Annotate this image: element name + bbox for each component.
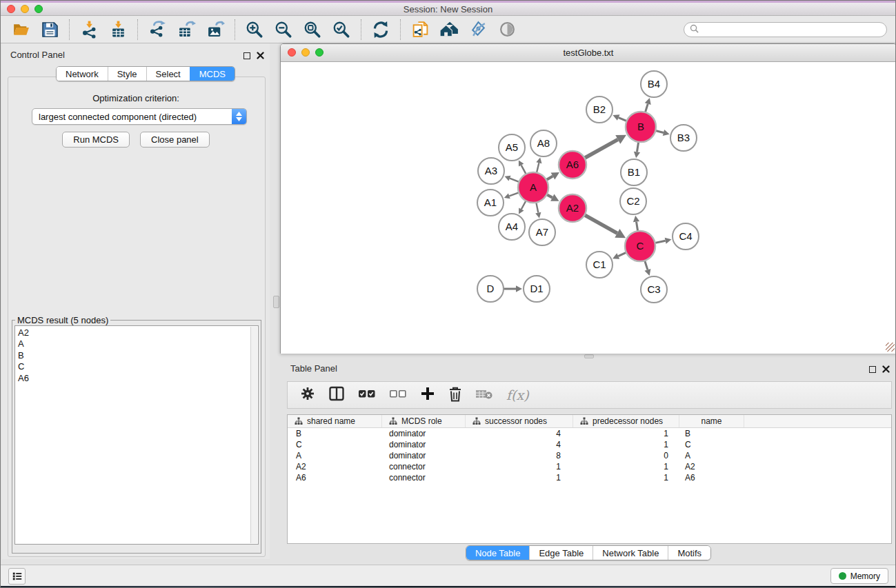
tab-network-table[interactable]: Network Table	[593, 546, 668, 560]
close-panel-button[interactable]: Close panel	[140, 132, 210, 148]
table-row[interactable]: Bdominator41B	[288, 428, 891, 439]
import-network-icon[interactable]	[77, 18, 101, 41]
result-item[interactable]: B	[18, 350, 248, 361]
horizontal-split-handle[interactable]	[584, 354, 594, 358]
graph-node-label: D	[487, 283, 495, 294]
export-image-icon[interactable]	[203, 18, 228, 41]
graph-node-label: A8	[537, 137, 550, 149]
graph-node-label: B2	[593, 103, 606, 115]
graph-node-label: A3	[485, 165, 497, 176]
network-window-titlebar[interactable]: testGlobe.txt	[281, 44, 896, 62]
graph-arrowhead	[665, 238, 672, 244]
annotation-disabled-icon[interactable]	[466, 18, 490, 41]
refresh-layout-icon[interactable]	[368, 18, 393, 41]
table-panel-tabs: Node Table Edge Table Network Table Moti…	[280, 545, 896, 560]
deselect-all-checks-icon[interactable]	[389, 389, 407, 401]
column-header-successor-nodes[interactable]: successor nodes	[466, 415, 573, 427]
network-canvas[interactable]: B4B2BB3A5A8A6B1A3AA1C2A2A4A7C4CC1C3DD1	[281, 62, 896, 354]
tab-mcds[interactable]: MCDS	[190, 67, 235, 81]
resize-grip-icon[interactable]	[886, 343, 895, 352]
result-item[interactable]: A2	[18, 327, 248, 338]
table-row[interactable]: Cdominator41C	[288, 439, 891, 450]
mcds-result-list[interactable]: A2ABCA6	[14, 325, 259, 545]
memory-label: Memory	[850, 571, 880, 581]
select-all-checks-icon[interactable]	[358, 389, 376, 401]
network-view-window: testGlobe.txt B4B2BB3A5A8A6B1A3AA1C2A2A4…	[280, 43, 896, 354]
float-table-panel-icon[interactable]	[869, 366, 876, 373]
graph-svg: B4B2BB3A5A8A6B1A3AA1C2A2A4A7C4CC1C3DD1	[281, 62, 896, 354]
table-settings-icon[interactable]	[300, 386, 315, 404]
run-mcds-button[interactable]: Run MCDS	[62, 132, 130, 148]
graph-arrowhead	[536, 157, 541, 163]
column-header-predecessor-nodes[interactable]: predecessor nodes	[573, 415, 679, 427]
float-panel-icon[interactable]	[243, 52, 250, 59]
graph-node-label: A4	[506, 221, 518, 232]
graph-node-label: B3	[677, 132, 690, 143]
tab-edge-table[interactable]: Edge Table	[529, 546, 593, 560]
import-table-icon[interactable]	[106, 18, 130, 41]
task-history-button[interactable]	[8, 568, 26, 585]
table-panel: Table Panel f(x) shared name M	[280, 359, 896, 563]
graph-node-label: B4	[648, 78, 660, 90]
zoom-selected-icon[interactable]	[329, 18, 354, 41]
export-table-icon[interactable]	[174, 18, 199, 41]
tab-network[interactable]: Network	[57, 67, 108, 81]
open-session-icon[interactable]	[8, 18, 33, 41]
function-builder-icon[interactable]: f(x)	[506, 387, 529, 403]
zoom-out-icon[interactable]	[271, 18, 296, 41]
criterion-dropdown[interactable]: largest connected component (directed)	[32, 108, 247, 125]
delete-column-icon[interactable]	[448, 386, 462, 405]
save-session-icon[interactable]	[37, 18, 62, 41]
mcds-result-title: MCDS result (5 nodes)	[15, 315, 110, 325]
control-panel-title: Control Panel	[10, 50, 65, 60]
table-row[interactable]: A2connector11A2	[288, 461, 891, 472]
graph-node-label: A5	[506, 141, 518, 153]
table-row[interactable]: Adominator80A	[288, 450, 891, 461]
table-body: Bdominator41BCdominator41CAdominator80AA…	[288, 428, 891, 483]
column-header-name[interactable]: name	[679, 415, 744, 427]
graph-node-label: A	[530, 181, 537, 193]
graph-edge-A2-C[interactable]	[584, 214, 617, 234]
home-icon[interactable]	[437, 18, 461, 41]
delete-table-disabled-icon[interactable]	[475, 387, 493, 403]
graph-node-label: C4	[679, 230, 692, 242]
table-panel-title: Table Panel	[290, 363, 337, 374]
close-table-panel-icon[interactable]	[882, 363, 890, 376]
search-icon	[690, 23, 699, 36]
mcds-result-box: MCDS result (5 nodes) A2ABCA6	[12, 315, 261, 554]
column-header-filler	[744, 415, 891, 427]
tab-motifs[interactable]: Motifs	[668, 546, 710, 560]
graph-node-label: A1	[484, 196, 497, 208]
graph-arrowhead	[535, 212, 541, 219]
result-item[interactable]: C	[18, 361, 248, 372]
export-network-icon[interactable]	[145, 18, 170, 41]
toggle-column-pane-icon[interactable]	[328, 385, 345, 405]
zoom-in-icon[interactable]	[242, 18, 267, 41]
result-item[interactable]: A6	[18, 373, 248, 384]
result-item[interactable]: A	[18, 338, 248, 349]
column-header-shared-name[interactable]: shared name	[288, 415, 382, 427]
tab-select[interactable]: Select	[146, 67, 190, 81]
network-window-title: testGlobe.txt	[281, 48, 896, 58]
show-hide-icon[interactable]	[495, 18, 519, 41]
tab-node-table[interactable]: Node Table	[466, 546, 530, 560]
title-bar: Session: New Session	[1, 1, 895, 16]
graph-node-label: C2	[626, 195, 639, 207]
close-panel-icon[interactable]	[257, 50, 264, 62]
dropdown-stepper-icon	[232, 109, 246, 124]
tab-style[interactable]: Style	[108, 67, 146, 81]
clone-network-icon[interactable]	[408, 18, 432, 41]
table-row[interactable]: A6connector11A6	[288, 472, 891, 483]
graph-arrowhead	[633, 216, 639, 223]
result-scrollbar[interactable]	[250, 327, 257, 543]
memory-button[interactable]: Memory	[830, 568, 888, 584]
node-table: shared name MCDS role successor nodes pr…	[287, 414, 892, 544]
search-input[interactable]	[702, 25, 881, 34]
graph-edge-A6-B[interactable]	[584, 139, 618, 159]
graph-arrowhead	[645, 98, 651, 105]
add-column-icon[interactable]	[420, 386, 435, 404]
control-panel: Control Panel Network Style Select MCDS …	[2, 43, 270, 559]
column-header-mcds-role[interactable]: MCDS role	[382, 415, 466, 427]
zoom-fit-icon[interactable]	[300, 18, 325, 41]
vertical-split-handle[interactable]	[273, 296, 279, 308]
